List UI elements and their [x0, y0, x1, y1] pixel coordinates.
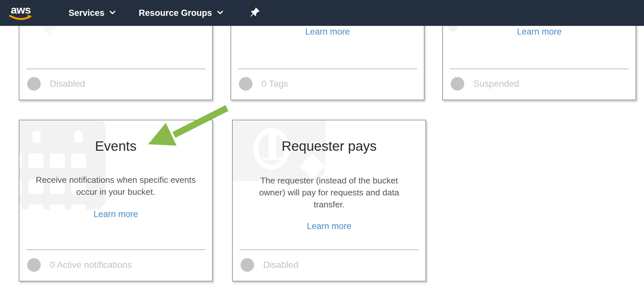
status-dot-icon	[27, 77, 41, 91]
learn-more-link[interactable]: Learn more	[231, 26, 424, 38]
status-badge: Disabled	[263, 260, 298, 270]
learn-more-link[interactable]: Learn more	[19, 208, 212, 220]
status-row: Suspended	[443, 77, 636, 91]
card-description: The requester (instead of the bucket own…	[252, 175, 406, 211]
card-title: Events	[19, 138, 212, 154]
aws-logo-text: aws	[11, 5, 30, 15]
status-badge: Suspended	[473, 79, 519, 89]
learn-more-link[interactable]: Learn more	[443, 26, 636, 38]
nav-menu-resource-groups[interactable]: Resource Groups	[139, 8, 212, 18]
status-dot-icon	[241, 258, 254, 272]
status-row: Disabled	[233, 258, 425, 272]
card-divider	[238, 69, 417, 69]
calendar-icon	[28, 153, 43, 168]
status-badge: 0 Active notifications	[50, 260, 132, 270]
status-badge: Disabled	[50, 79, 85, 89]
status-dot-icon	[239, 77, 252, 91]
aws-logo[interactable]: aws	[9, 5, 32, 21]
calendar-icon	[50, 153, 65, 168]
card-divider	[26, 249, 205, 250]
card-description: Receive notifications when specific even…	[29, 174, 202, 198]
top-nav: aws Services Resource Groups	[0, 0, 644, 26]
status-row: 0 Active notifications	[19, 258, 212, 272]
status-dot-icon	[451, 77, 464, 91]
chevron-down-icon[interactable]	[110, 10, 115, 16]
card-divider	[450, 69, 629, 69]
nav-menu-services[interactable]: Services	[69, 8, 104, 18]
learn-more-link[interactable]: Learn more	[233, 220, 425, 232]
status-row: 0 Tags	[231, 77, 424, 91]
card-title: Requester pays	[233, 138, 425, 154]
calendar-icon	[19, 153, 22, 168]
aws-smile-icon	[9, 15, 32, 21]
card-events[interactable]: Events Receive notifications when specif…	[19, 120, 213, 281]
status-badge: 0 Tags	[262, 79, 288, 89]
status-row: Disabled	[19, 77, 212, 91]
card-divider	[26, 69, 205, 69]
card-divider	[240, 249, 419, 250]
card-requester-pays[interactable]: 1 Requester pays The requester (instead …	[232, 120, 426, 281]
pushpin-icon[interactable]	[250, 7, 260, 19]
calendar-icon	[19, 179, 22, 194]
chevron-down-icon[interactable]	[217, 10, 223, 16]
calendar-icon	[71, 153, 86, 168]
status-dot-icon	[27, 258, 41, 272]
